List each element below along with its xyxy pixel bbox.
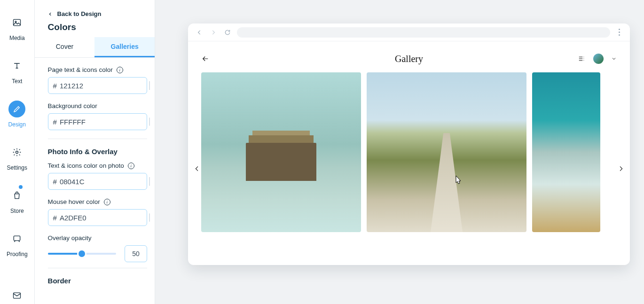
browser-toolbar: [188, 23, 630, 41]
list-icon[interactable]: [577, 55, 586, 63]
gallery-header: Gallery: [188, 41, 630, 72]
mail-icon: [12, 291, 22, 300]
tab-galleries[interactable]: Galleries: [94, 37, 155, 57]
label-hover: Mouse hover color i: [48, 198, 147, 205]
color-swatch[interactable]: [149, 177, 150, 186]
preview-browser: Gallery: [188, 23, 630, 265]
gallery-row: [188, 72, 630, 265]
input-page-text-icons[interactable]: #: [48, 77, 147, 94]
rail-item-design[interactable]: Design: [8, 101, 26, 128]
rail-label: Design: [8, 121, 26, 128]
rail-item-text[interactable]: Text: [8, 57, 25, 85]
chevron-down-icon[interactable]: [611, 56, 617, 62]
input-hover[interactable]: #: [48, 209, 147, 226]
menu-dots-icon[interactable]: [615, 29, 623, 36]
rail-item-proofing[interactable]: Proofing: [7, 230, 28, 257]
svg-point-2: [16, 151, 18, 154]
rail-item-mail[interactable]: [0, 291, 34, 304]
pencil-icon: [8, 101, 25, 117]
slider-fill: [48, 253, 82, 255]
heart-icon[interactable]: [267, 148, 275, 157]
label-opacity: Overlay opacity: [48, 234, 147, 242]
hash-icon: #: [53, 118, 57, 126]
url-bar[interactable]: [237, 27, 610, 38]
input-on-photo[interactable]: #: [48, 173, 147, 190]
avatar[interactable]: [593, 54, 604, 64]
gallery-photo[interactable]: [201, 72, 361, 232]
color-value-input[interactable]: [60, 82, 149, 90]
rail-label: Settings: [7, 164, 27, 171]
carousel-next-icon[interactable]: [615, 163, 627, 175]
hash-icon: #: [53, 214, 57, 222]
nav-back-icon[interactable]: [195, 28, 204, 37]
opacity-slider[interactable]: [48, 253, 116, 255]
gear-icon: [8, 144, 25, 161]
panel-title: Colors: [48, 22, 141, 32]
rail-item-media[interactable]: Media: [8, 14, 25, 41]
chevron-left-icon: [48, 12, 53, 16]
photo-overlay-icons: [267, 148, 295, 157]
proofing-icon: [8, 230, 25, 247]
rail-item-settings[interactable]: Settings: [7, 144, 27, 171]
left-rail: Media Text Design Settings Store Proofi: [0, 0, 35, 304]
preview-stage: Gallery: [155, 0, 644, 304]
label-background: Background color: [48, 102, 147, 109]
hash-icon: #: [53, 82, 57, 90]
rail-label: Store: [10, 208, 24, 214]
image-icon: [8, 14, 25, 31]
section-border: Border: [48, 277, 147, 285]
divider: [48, 139, 147, 139]
tab-cover[interactable]: Cover: [35, 37, 95, 57]
nav-reload-icon[interactable]: [223, 28, 232, 37]
color-value-input[interactable]: [60, 178, 149, 186]
color-swatch[interactable]: [149, 213, 150, 222]
info-icon[interactable]: i: [117, 67, 123, 73]
gallery-title: Gallery: [395, 54, 423, 64]
rail-item-store[interactable]: Store: [8, 187, 25, 214]
bag-icon: [8, 187, 25, 204]
download-icon[interactable]: [287, 148, 295, 157]
text-icon: [8, 57, 25, 74]
svg-rect-0: [14, 19, 21, 25]
opacity-value[interactable]: 50: [125, 245, 147, 262]
back-to-design[interactable]: Back to Design: [48, 10, 141, 17]
info-icon[interactable]: i: [128, 163, 134, 169]
gallery-photo[interactable]: [532, 72, 600, 232]
info-icon[interactable]: i: [104, 199, 110, 205]
color-value-input[interactable]: [60, 214, 149, 222]
back-label: Back to Design: [57, 10, 102, 17]
settings-panel: Back to Design Colors Cover Galleries Pa…: [35, 0, 155, 304]
color-swatch[interactable]: [149, 81, 150, 90]
color-value-input[interactable]: [60, 118, 149, 126]
rail-label: Proofing: [7, 251, 28, 257]
input-background[interactable]: #: [48, 113, 147, 130]
panel-tabs: Cover Galleries: [35, 37, 155, 58]
gallery-back-icon[interactable]: [201, 55, 210, 63]
label-page-text-icons: Page text & icons color i: [48, 66, 147, 73]
gallery-photo[interactable]: [367, 72, 526, 232]
svg-rect-4: [14, 293, 21, 298]
nav-forward-icon[interactable]: [209, 28, 218, 37]
slider-thumb[interactable]: [79, 250, 85, 257]
color-swatch[interactable]: [149, 117, 150, 126]
label-on-photo: Text & icons color on photo i: [48, 162, 147, 169]
rail-label: Media: [9, 35, 25, 41]
section-photo-overlay: Photo Info & Overlay: [48, 148, 147, 156]
hash-icon: #: [53, 178, 57, 186]
rail-label: Text: [12, 78, 22, 85]
svg-rect-3: [14, 236, 20, 241]
divider: [48, 268, 147, 268]
